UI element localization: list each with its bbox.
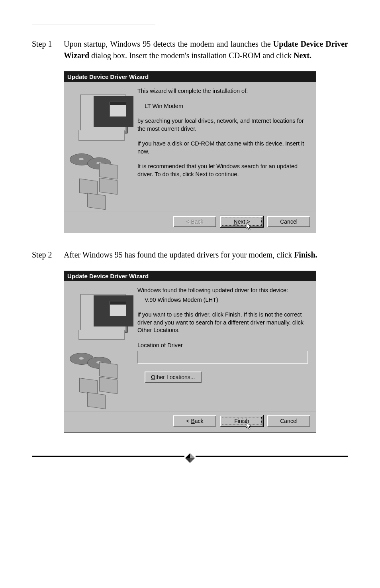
dialog1-p2: by searching your local drives, network,… [137,117,308,133]
cancel-button[interactable]: Cancel [267,415,310,427]
document-page: Step 1 Upon startup, Windows 95 detects … [0,0,380,484]
step-1-text: Upon startup, Windows 95 detects the mod… [64,38,348,61]
back-u: B [191,218,194,225]
monitor-icon [70,96,129,144]
dialog2-loc-label: Location of Driver [137,342,308,350]
dialog1-graphic [70,87,137,208]
back-button[interactable]: < Back [173,415,216,427]
cancel-button[interactable]: Cancel [267,216,310,227]
finish-button[interactable]: Finish [220,415,263,427]
location-field [137,351,308,364]
next-u: N [234,218,238,225]
dialog2-p2: If you want to use this driver, click Fi… [137,311,308,334]
step-2-text: After Windows 95 has found the updated d… [64,249,317,261]
step1-text-a: Upon startup, Windows 95 detects the mod… [64,39,273,48]
step1-bold2: Next. [294,51,311,60]
step-1-row: Step 1 Upon startup, Windows 95 detects … [32,38,348,61]
dialog1-title: Update Device Driver Wizard [64,72,316,82]
dialog1-p4: It is recommended that you let Windows s… [137,163,308,178]
dialog1-body: This wizard will complete the installati… [64,82,316,212]
dialog2-body: Windows found the following updated driv… [64,281,316,411]
disc-stack-icon [70,152,129,208]
dialog2-wrap: Update Device Driver Wizard [64,271,316,433]
dialog1: Update Device Driver Wizard [64,71,316,233]
other-post: ther Locations... [155,374,195,380]
dialog1-p3: If you have a disk or CD-ROM that came w… [137,140,308,155]
dialog2-p1: Windows found the following updated driv… [137,287,308,295]
dialog1-wrap: Update Device Driver Wizard [64,71,316,233]
step2-text-a: After Windows 95 has found the updated d… [64,250,294,259]
dialog2-content: Windows found the following updated driv… [137,287,310,407]
cursor-icon [246,222,253,231]
step-1-label: Step 1 [32,39,64,49]
step1-text-b: dialog box. Insert the modem's installat… [89,51,294,60]
other-u: O [151,374,155,380]
cursor-icon [246,422,253,431]
monitor-icon [70,295,129,343]
back-pre: < [186,218,191,225]
other-locations-button[interactable]: Other Locations... [145,372,202,383]
back-pre: < [186,418,191,424]
back-u: B [191,418,194,424]
back-post: ack [195,218,204,225]
footer-divider [32,448,348,468]
diamond-icon [184,452,196,464]
dialog2-title: Update Device Driver Wizard [64,271,316,281]
dialog1-content: This wizard will complete the installati… [137,87,310,208]
dialog2-device: V.90 Windows Modem (LHT) [137,296,308,304]
step-2-label: Step 2 [32,250,64,260]
dialog1-p1: This wizard will complete the installati… [137,87,308,95]
next-button[interactable]: Next > [220,216,263,227]
top-divider [32,24,155,24]
dialog2-graphic [70,287,137,407]
dialog2-buttons: < Back Finish Cancel [64,411,316,432]
back-button: < Back [173,216,216,227]
dialog1-device: LT Win Modem [137,102,308,110]
dialog1-buttons: < Back Next > Cancel [64,212,316,233]
dialog2: Update Device Driver Wizard [64,271,316,433]
step-2-row: Step 2 After Windows 95 has found the up… [32,249,348,261]
back-post: ack [195,418,204,424]
step2-bold1: Finish. [294,250,317,259]
disc-stack-icon [70,351,129,407]
